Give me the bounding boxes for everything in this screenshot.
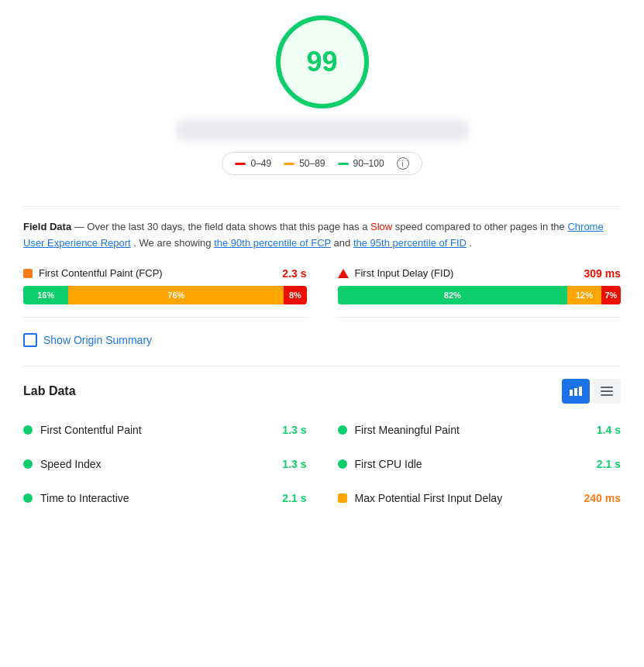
slow-label: Slow: [370, 221, 392, 232]
fid-icon-triangle: [338, 269, 349, 278]
lab-data-title: Lab Data: [23, 384, 76, 398]
fcp-percentile-link[interactable]: the 90th percentile of FCP: [214, 237, 331, 249]
score-section: 99 0–49 50–89 90–100 i: [23, 15, 621, 194]
show-origin-label: Show Origin Summary: [43, 334, 152, 346]
fcp-bar-green-label: 16%: [37, 291, 54, 300]
fid-bar-green-label: 82%: [444, 291, 461, 300]
lab-fci-label-text: First CPU Idle: [355, 458, 422, 470]
lab-fcp-dot: [23, 425, 33, 435]
legend-dot-orange: [284, 163, 294, 165]
lab-mpfid-dot: [338, 493, 347, 503]
fcp-value: 2.3 s: [282, 267, 306, 280]
fcp-bar-orange-label: 76%: [167, 291, 184, 300]
lab-fcp-value: 1.3 s: [282, 424, 306, 436]
and-text: and: [334, 237, 353, 249]
lab-si-label-text: Speed Index: [40, 458, 102, 470]
fid-bar-red-label: 7%: [604, 291, 617, 300]
lab-si-value: 1.3 s: [282, 458, 306, 470]
lab-fci-label: First CPU Idle: [338, 458, 422, 470]
svg-rect-2: [579, 387, 582, 396]
field-data-mid: speed compared to other pages in the: [395, 221, 568, 232]
legend-label-red: 0–49: [250, 158, 271, 169]
svg-rect-1: [574, 388, 577, 396]
field-data-prefix: — Over the last 30 days, the field data …: [74, 221, 370, 232]
legend-label-orange: 50–89: [299, 158, 325, 169]
fid-value: 309 ms: [584, 267, 621, 280]
fcp-metric-card: First Contentful Paint (FCP) 2.3 s 16% 7…: [23, 267, 307, 318]
fid-bar-orange: 12%: [567, 286, 601, 304]
lab-metric-mpfid: Max Potential First Input Delay 240 ms: [338, 487, 622, 509]
field-metrics-grid: First Contentful Paint (FCP) 2.3 s 16% 7…: [23, 267, 621, 318]
divider-1: [23, 206, 621, 207]
lab-metric-si: Speed Index 1.3 s: [23, 453, 307, 475]
lab-tti-dot: [23, 493, 33, 503]
lab-view-toggle: [562, 379, 621, 404]
field-data-end: . We are showing: [133, 237, 214, 249]
lab-fci-dot: [338, 459, 347, 469]
show-origin-summary[interactable]: Show Origin Summary: [23, 333, 621, 347]
lab-si-label: Speed Index: [23, 458, 102, 470]
fcp-bar-green: 16%: [23, 286, 68, 304]
lab-metric-fmp: First Meaningful Paint 1.4 s: [338, 419, 622, 441]
score-value: 99: [306, 46, 337, 78]
score-circle: 99: [276, 15, 369, 108]
lab-fmp-label-text: First Meaningful Paint: [355, 424, 460, 436]
lab-mpfid-label: Max Potential First Input Delay: [338, 492, 503, 504]
fcp-bar-red-label: 8%: [289, 291, 301, 300]
fid-metric-label: First Input Delay (FID): [338, 267, 454, 279]
lab-metric-fci: First CPU Idle 2.1 s: [338, 453, 622, 475]
svg-rect-0: [570, 390, 573, 396]
fid-bar-red: 7%: [601, 286, 621, 304]
lab-mpfid-value: 240 ms: [584, 492, 621, 504]
lab-metric-fcp: First Contentful Paint 1.3 s: [23, 419, 307, 441]
legend-item-green: 90–100: [338, 158, 384, 169]
fcp-progress-bar: 16% 76% 8%: [23, 286, 307, 304]
lab-tti-label: Time to Interactive: [23, 492, 129, 504]
legend-item-red: 0–49: [235, 158, 271, 169]
legend-label-green: 90–100: [353, 158, 384, 169]
fid-label-text: First Input Delay (FID): [355, 267, 454, 279]
field-data-description: Field Data — Over the last 30 days, the …: [23, 219, 621, 252]
svg-rect-4: [601, 390, 613, 392]
url-bar-blurred: [175, 119, 470, 141]
fid-percentile-link[interactable]: the 95th percentile of FID: [353, 237, 467, 249]
lab-metrics-grid: First Contentful Paint 1.3 s First Meani…: [23, 419, 621, 509]
fcp-bar-orange: 76%: [68, 286, 284, 304]
lab-fcp-label: First Contentful Paint: [23, 424, 142, 436]
fid-metric-header: First Input Delay (FID) 309 ms: [338, 267, 622, 280]
fcp-icon-square: [23, 269, 33, 278]
lab-fcp-label-text: First Contentful Paint: [40, 424, 142, 436]
lab-fmp-dot: [338, 425, 347, 435]
fcp-label-text: First Contentful Paint (FCP): [39, 267, 163, 279]
fid-bar-green: 82%: [338, 286, 568, 304]
fid-bar-orange-label: 12%: [576, 291, 593, 300]
lab-data-header: Lab Data: [23, 366, 621, 404]
lab-tti-label-text: Time to Interactive: [40, 492, 129, 504]
legend-dot-red: [235, 163, 246, 165]
lab-si-dot: [23, 459, 33, 469]
svg-rect-5: [601, 394, 613, 396]
toggle-chart-button[interactable]: [562, 379, 590, 404]
svg-rect-3: [601, 387, 613, 388]
fid-metric-card: First Input Delay (FID) 309 ms 82% 12% 7…: [338, 267, 622, 318]
fcp-bar-red: 8%: [284, 286, 306, 304]
period-text: .: [470, 237, 473, 249]
list-icon: [601, 387, 613, 396]
fid-progress-bar: 82% 12% 7%: [338, 286, 622, 304]
toggle-list-button[interactable]: [593, 379, 621, 404]
lab-fmp-label: First Meaningful Paint: [338, 424, 460, 436]
lab-fci-value: 2.1 s: [597, 458, 621, 470]
field-data-title: Field Data: [23, 221, 71, 232]
lab-mpfid-label-text: Max Potential First Input Delay: [355, 492, 503, 504]
chart-icon: [570, 387, 582, 396]
lab-metric-tti: Time to Interactive 2.1 s: [23, 487, 307, 509]
fcp-metric-header: First Contentful Paint (FCP) 2.3 s: [23, 267, 307, 280]
score-legend: 0–49 50–89 90–100 i: [222, 152, 422, 175]
origin-icon: [23, 333, 37, 347]
lab-tti-value: 2.1 s: [282, 492, 306, 504]
info-icon[interactable]: i: [397, 157, 409, 170]
lab-fmp-value: 1.4 s: [597, 424, 621, 436]
legend-item-orange: 50–89: [284, 158, 325, 169]
fcp-metric-label: First Contentful Paint (FCP): [23, 267, 163, 279]
legend-dot-green: [338, 163, 349, 165]
